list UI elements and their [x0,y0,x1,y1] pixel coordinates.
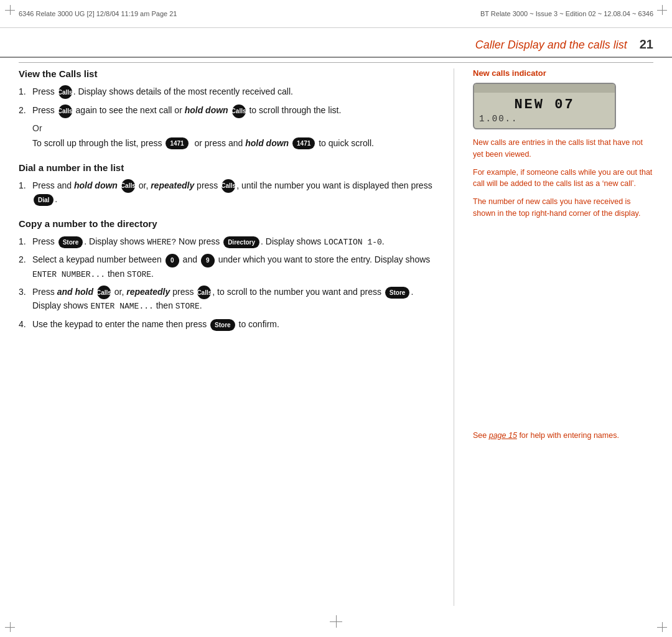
list-item: 4. Use the keypad to enter the name then… [19,318,441,331]
or-label: Or [32,123,441,133]
calls-button-2[interactable]: Calls [58,105,72,118]
right-desc-1: New calls are entries in the calls list … [473,137,653,160]
list-item: 1. Press Calls. Display shows details of… [19,85,441,99]
main-content: View the Calls list 1. Press Calls. Disp… [19,68,653,606]
list-content: Press Calls. Display shows details of th… [32,85,441,99]
bottom-note-suffix: for help with entering names. [517,431,619,440]
left-column: View the Calls list 1. Press Calls. Disp… [19,68,454,606]
calls-button-4[interactable]: Calls [121,179,135,193]
directory-button[interactable]: Directory [223,236,259,248]
key-9[interactable]: 9 [201,254,215,267]
list-num: 1. [19,179,32,206]
store-button-3[interactable]: Store [210,319,235,331]
calls-button-7[interactable]: Calls [197,286,211,299]
store-button-2[interactable]: Store [385,287,410,299]
corner-mark-br [657,622,667,632]
lcd-top-bar [474,84,615,93]
store-button-1[interactable]: Store [58,236,83,248]
list-content: Press Store. Display shows WHERE? Now pr… [32,235,441,249]
list-item: 1. Press Store. Display shows WHERE? Now… [19,235,441,249]
dial-button[interactable]: Dial [34,194,54,206]
page-header: Caller Display and the calls list 21 [0,37,672,58]
right-desc-3: The number of new calls you have receive… [473,196,653,220]
list-num: 3. [19,286,32,313]
right-column: New calls indicator NEW 07 1.00.. New ca… [467,68,653,606]
section1-list: 1. Press Calls. Display shows details of… [19,85,441,118]
section1-heading: View the Calls list [19,68,441,79]
key-0[interactable]: 0 [166,254,179,267]
key-1471-2[interactable]: 1471 [292,137,315,149]
top-bar: 6346 Relate 3000 UG [2] 12/8/04 11:19 am… [0,0,672,28]
calls-button-6[interactable]: Calls [97,286,111,299]
page-link[interactable]: page 15 [489,431,517,440]
header-divider [19,62,653,63]
right-desc-2: For example, if someone calls while you … [473,167,653,190]
list-num: 4. [19,318,32,331]
bottom-note: See page 15 for help with entering names… [473,431,653,440]
key-1471-1[interactable]: 1471 [166,137,188,149]
list-item: 3. Press and hold Calls or, repeatedly p… [19,286,441,313]
list-content: Use the keypad to enter the name then pr… [32,318,441,331]
list-content: Press Calls again to see the next call o… [32,104,441,118]
section2-heading: Dial a number in the list [19,162,441,173]
lcd-row2: 1.00.. [479,114,610,124]
list-num: 2. [19,104,32,118]
list-content: Press and hold Calls or, repeatedly pres… [32,286,441,313]
list-item: 2. Select a keypad number between 0 and … [19,253,441,281]
indent-para: To scroll up through the list, press 147… [32,137,441,150]
calls-button-3[interactable]: Calls [232,105,246,118]
new-calls-heading: New calls indicator [473,68,653,78]
calls-button-1[interactable]: Calls [58,85,72,99]
section3-list: 1. Press Store. Display shows WHERE? Now… [19,235,441,331]
section3-heading: Copy a number to the directory [19,218,441,229]
page-title: Caller Display and the calls list [475,39,627,52]
top-bar-left: 6346 Relate 3000 UG [2] 12/8/04 11:19 am… [19,10,177,17]
corner-mark-bl [5,622,15,632]
list-content: Press and hold down Calls or, repeatedly… [32,179,441,206]
page-number: 21 [640,37,653,52]
calls-button-5[interactable]: Calls [222,179,235,193]
list-num: 2. [19,253,32,281]
list-item: 1. Press and hold down Calls or, repeate… [19,179,441,206]
bottom-crosshair [330,615,342,628]
list-item: 2. Press Calls again to see the next cal… [19,104,441,118]
list-num: 1. [19,235,32,249]
list-num: 1. [19,85,32,99]
lcd-row1: NEW 07 [479,97,610,113]
section2-list: 1. Press and hold down Calls or, repeate… [19,179,441,206]
lcd-content: NEW 07 1.00.. [474,93,615,128]
lcd-display: NEW 07 1.00.. [473,83,616,129]
top-bar-center: BT Relate 3000 ~ Issue 3 ~ Edition 02 ~ … [480,10,653,17]
list-content: Select a keypad number between 0 and 9 u… [32,253,441,281]
